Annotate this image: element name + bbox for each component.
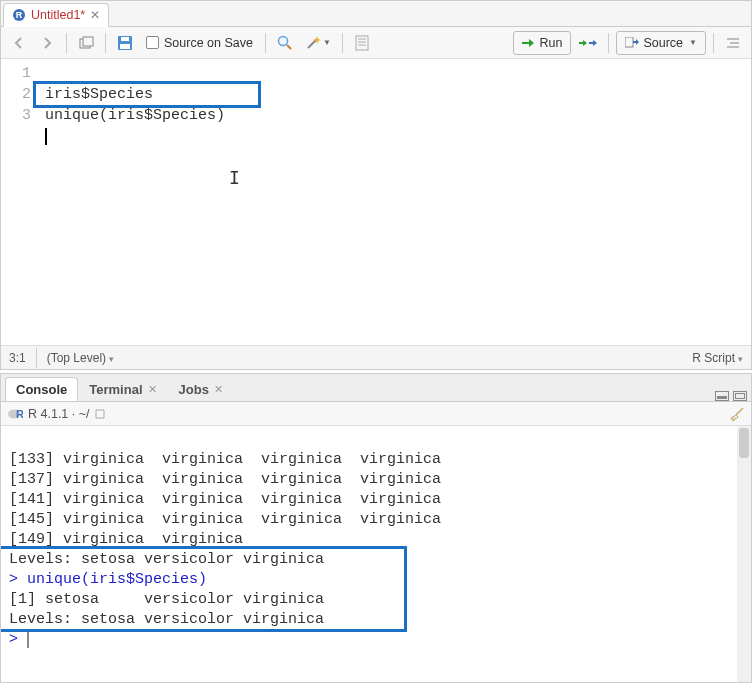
source-on-save-label: Source on Save xyxy=(164,36,253,50)
tab-console[interactable]: Console xyxy=(5,377,78,401)
save-button[interactable] xyxy=(113,31,137,55)
svg-rect-10 xyxy=(356,36,368,50)
code-line-2: unique(iris$Species) xyxy=(45,107,225,124)
editor-gutter: 123 xyxy=(1,59,39,345)
console-command: > unique(iris$Species) xyxy=(9,571,207,588)
source-button[interactable]: Source ▼ xyxy=(616,31,706,55)
broom-icon xyxy=(729,406,745,422)
script-icon xyxy=(95,409,105,419)
console-line: [137] virginica virginica virginica virg… xyxy=(9,471,441,488)
run-icon xyxy=(522,38,536,48)
arrow-right-icon xyxy=(40,36,54,50)
chevron-down-icon: ▼ xyxy=(689,38,697,47)
source-panel: R Untitled1* ✕ Source on Save ▼ xyxy=(0,0,752,370)
source-btn-label: Source xyxy=(643,36,683,50)
cursor-position: 3:1 xyxy=(9,351,26,365)
separator xyxy=(265,33,266,53)
console-output[interactable]: [133] virginica virginica virginica virg… xyxy=(1,426,751,682)
console-result: [1] setosa versicolor virginica xyxy=(9,591,324,608)
checkbox-icon xyxy=(146,36,159,49)
console-result: Levels: setosa versicolor virginica xyxy=(9,611,324,628)
close-icon[interactable]: ✕ xyxy=(214,383,223,396)
compile-report-button[interactable] xyxy=(350,31,374,55)
r-file-icon: R xyxy=(12,8,26,22)
tab-terminal[interactable]: Terminal✕ xyxy=(78,377,167,401)
show-in-new-window-button[interactable] xyxy=(74,31,98,55)
editor-content[interactable]: iris$Species unique(iris$Species) I xyxy=(39,59,751,345)
r-logo-icon: R xyxy=(7,406,23,422)
wand-icon xyxy=(305,35,321,51)
maximize-button[interactable] xyxy=(733,391,747,401)
tab-untitled1[interactable]: R Untitled1* ✕ xyxy=(3,3,109,27)
close-icon[interactable]: ✕ xyxy=(90,8,100,22)
console-line: [149] virginica virginica xyxy=(9,531,243,548)
svg-line-22 xyxy=(734,417,736,419)
console-line: [133] virginica virginica virginica virg… xyxy=(9,451,441,468)
close-icon[interactable]: ✕ xyxy=(148,383,157,396)
chevron-down-icon: ▼ xyxy=(323,38,331,47)
svg-line-8 xyxy=(287,45,291,49)
clear-console-button[interactable] xyxy=(729,406,745,422)
console-line: Levels: setosa versicolor virginica xyxy=(9,551,324,568)
code-tools-button[interactable]: ▼ xyxy=(301,31,335,55)
outline-icon xyxy=(726,36,740,50)
console-line: [145] virginica virginica virginica virg… xyxy=(9,511,441,528)
console-line: [141] virginica virginica virginica virg… xyxy=(9,491,441,508)
run-button[interactable]: Run xyxy=(513,31,572,55)
separator xyxy=(342,33,343,53)
svg-text:R: R xyxy=(16,10,23,20)
source-on-save-checkbox[interactable]: Source on Save xyxy=(141,31,258,55)
console-panel: Console Terminal✕ Jobs✕ R R 4.1.1 · ~/ [… xyxy=(0,373,752,683)
source-statusbar: 3:1 (Top Level)▾ R Script▾ xyxy=(1,345,751,369)
outline-button[interactable] xyxy=(721,31,745,55)
separator xyxy=(608,33,609,53)
tab-jobs[interactable]: Jobs✕ xyxy=(168,377,234,401)
text-cursor-icon xyxy=(27,631,29,648)
source-tabbar: R Untitled1* ✕ xyxy=(1,1,751,27)
scope-selector[interactable]: (Top Level)▾ xyxy=(47,351,114,365)
separator xyxy=(66,33,67,53)
source-toolbar: Source on Save ▼ Run Source ▼ xyxy=(1,27,751,59)
svg-text:R: R xyxy=(16,408,23,420)
scrollbar-thumb[interactable] xyxy=(739,428,749,458)
forward-button[interactable] xyxy=(35,31,59,55)
rerun-button[interactable] xyxy=(575,31,601,55)
svg-rect-3 xyxy=(83,37,93,46)
find-button[interactable] xyxy=(273,31,297,55)
text-cursor-icon xyxy=(45,128,47,145)
console-prompt: > xyxy=(9,631,27,648)
run-label: Run xyxy=(540,36,563,50)
svg-rect-6 xyxy=(121,37,129,41)
rerun-icon xyxy=(579,37,597,49)
svg-point-7 xyxy=(278,36,287,45)
source-icon xyxy=(625,37,639,49)
save-icon xyxy=(117,35,133,51)
console-tabbar: Console Terminal✕ Jobs✕ xyxy=(1,374,751,402)
svg-line-20 xyxy=(736,408,743,415)
svg-rect-5 xyxy=(120,44,130,49)
console-scrollbar[interactable] xyxy=(737,426,751,682)
separator xyxy=(713,33,714,53)
r-version-label: R 4.1.1 · ~/ xyxy=(28,407,90,421)
notebook-icon xyxy=(355,35,369,51)
code-line-1: iris$Species xyxy=(45,86,153,103)
popout-icon xyxy=(79,36,94,50)
separator xyxy=(105,33,106,53)
ibeam-cursor-icon: I xyxy=(229,167,240,188)
code-editor[interactable]: 123 iris$Species unique(iris$Species) I xyxy=(1,59,751,345)
separator xyxy=(36,348,37,368)
tab-title: Untitled1* xyxy=(31,8,85,22)
arrow-left-icon xyxy=(12,36,26,50)
svg-rect-14 xyxy=(625,37,633,47)
console-info-bar: R R 4.1.1 · ~/ xyxy=(1,402,751,426)
search-icon xyxy=(277,35,293,51)
language-selector[interactable]: R Script▾ xyxy=(692,351,743,365)
back-button[interactable] xyxy=(7,31,31,55)
minimize-button[interactable] xyxy=(715,391,729,401)
